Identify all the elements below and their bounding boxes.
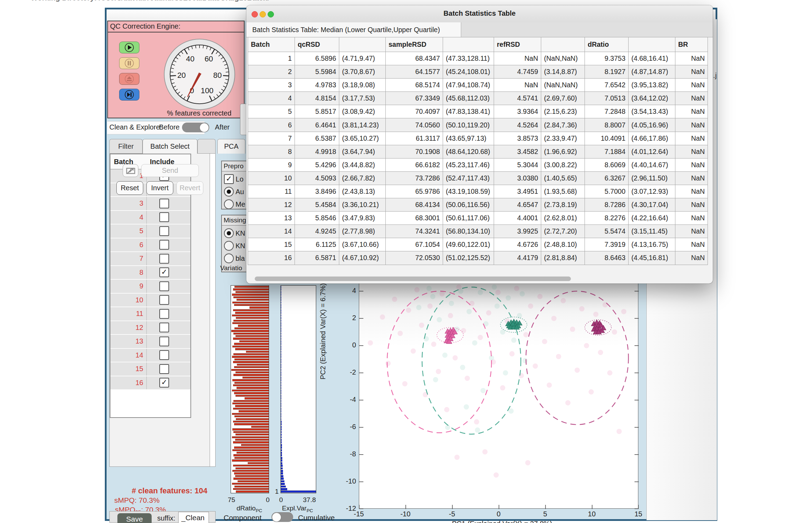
component-cumulative-toggle[interactable] [271, 512, 293, 522]
batch-row[interactable]: 6 [110, 238, 190, 252]
reset-button[interactable]: Reset [116, 181, 143, 195]
knn1-radio-item[interactable]: KN [224, 228, 246, 238]
stats-table-row[interactable]: 84.9918(3.64,7.94)70.1908(48.64,120.68)3… [248, 145, 708, 158]
invert-button[interactable]: Invert [146, 181, 173, 195]
batch-row[interactable]: 14 [110, 349, 190, 363]
include-checkbox[interactable] [159, 364, 169, 374]
play-button[interactable] [119, 42, 139, 53]
stats-table-row[interactable]: 76.5387(3.65,10.27)61.3117(43.65,97.13)3… [248, 132, 708, 145]
batch-row[interactable]: 15 [110, 362, 190, 376]
stats-table-row[interactable]: 125.4584(3.36,10.21)68.4134(50.06,116.56… [248, 198, 708, 212]
stats-cell: (4.22,16.64) [629, 212, 675, 225]
explvar-bar [281, 415, 281, 418]
suffix-input[interactable]: _Clean [178, 512, 209, 523]
include-checkbox[interactable] [159, 281, 169, 291]
window-titlebar[interactable]: Batch Statistics Table [246, 5, 713, 23]
stats-table-row[interactable]: 104.5093(2.66,7.82)73.7286(52.47,117.43)… [248, 171, 708, 185]
column-header[interactable]: refRSD [494, 37, 541, 52]
batch-row[interactable]: 10 [110, 294, 190, 308]
batch-row[interactable]: 12 [110, 321, 190, 335]
column-header[interactable]: qcRSD [295, 37, 339, 52]
before-after-toggle[interactable] [182, 123, 209, 132]
skip-to-end-button[interactable] [119, 89, 139, 101]
stats-table-row[interactable]: 25.5984(3.70,8.67)64.1577(45.24,108.01)4… [248, 65, 708, 79]
include-checkbox[interactable] [159, 350, 169, 360]
include-checkbox[interactable] [159, 323, 169, 332]
stats-table-row[interactable]: 156.1125(3.67,10.66)67.1054(49.60,122.01… [248, 238, 708, 251]
radio-icon[interactable] [224, 253, 234, 263]
include-checkbox[interactable] [159, 199, 169, 208]
batch-number: 16 [110, 376, 147, 390]
batch-row[interactable]: 13 [110, 335, 190, 349]
batch-row[interactable]: 7 [110, 252, 190, 266]
auto-radio-item[interactable]: Au [224, 187, 246, 197]
stats-table-row[interactable]: 166.5871(4.67,10.92)72.0530(51.02,125.52… [248, 251, 708, 265]
batch-row[interactable]: 11 [110, 307, 190, 321]
blank-radio-item[interactable]: bla [224, 253, 246, 263]
toggle-knob[interactable] [200, 123, 209, 132]
stats-table-tab[interactable]: Batch Statistics Table: Median (Lower Qu… [246, 22, 461, 37]
tab-clipped-stub[interactable] [197, 139, 216, 154]
revert-button[interactable]: Revert [176, 181, 203, 195]
pause-button[interactable] [119, 57, 139, 69]
stats-table-row[interactable]: 44.8154(3.17,7.53)67.3349(45.68,112.03)4… [248, 92, 708, 105]
mean-radio-item[interactable]: Me [224, 199, 246, 209]
stats-cell: NaN [675, 52, 708, 65]
radio-selected-icon[interactable] [224, 228, 234, 238]
stats-table-row[interactable]: 113.8496(2.43,8.13)65.9786(43.19,108.59)… [248, 185, 708, 198]
batch-row[interactable]: 9 [110, 280, 190, 294]
column-header[interactable] [541, 37, 585, 52]
save-button[interactable]: Save [117, 513, 152, 523]
eject-button[interactable] [119, 73, 139, 85]
tab-pca[interactable]: PCA [217, 139, 245, 154]
column-header[interactable]: BR [675, 37, 708, 52]
column-header[interactable] [443, 37, 494, 52]
include-checkbox[interactable] [159, 309, 169, 319]
include-checkbox[interactable] [159, 337, 169, 346]
radio-icon[interactable] [224, 199, 234, 209]
stats-table-row[interactable]: 34.9783(3.18,9.08)68.5174(47.94,108.74)N… [248, 79, 708, 92]
batch-row[interactable]: 8✓ [110, 266, 190, 280]
radio-selected-icon[interactable] [224, 187, 234, 197]
stats-table-row[interactable]: 144.9245(2.77,8.98)74.3241(56.80,134.10)… [248, 225, 708, 238]
tab-filter[interactable]: Filter [109, 139, 143, 154]
column-header[interactable]: Batch [248, 37, 295, 52]
svg-text:40: 40 [186, 54, 194, 63]
batch-table-scrollbar[interactable] [210, 154, 215, 466]
stats-table-row[interactable]: 135.8546(3.47,9.83)68.3001(50.61,117.06)… [248, 212, 708, 225]
include-checkbox[interactable] [159, 240, 169, 250]
batch-row[interactable]: 16✓ [110, 376, 190, 390]
column-header[interactable]: dRatio [585, 37, 629, 52]
batch-number: 8 [110, 266, 147, 279]
send-to-figure-button[interactable] [123, 164, 138, 177]
include-checkbox-checked[interactable]: ✓ [159, 378, 169, 388]
include-checkbox[interactable] [159, 295, 169, 305]
stats-cell: (3.15,11.45) [629, 225, 675, 238]
include-checkbox[interactable] [159, 212, 169, 222]
knn2-radio-item[interactable]: KN [224, 241, 246, 251]
include-checkbox-checked[interactable]: ✓ [159, 267, 169, 277]
column-header[interactable] [629, 37, 675, 52]
toggle-knob[interactable] [272, 513, 281, 522]
stats-table-row[interactable]: 55.8517(3.08,9.42)70.4097(47.83,138.41)3… [248, 105, 708, 118]
tab-batch-select[interactable]: Batch Select [143, 139, 197, 154]
stats-table-row[interactable]: 66.4641(3.81,14.23)74.0560(50.10,119.20)… [248, 118, 708, 132]
radio-icon[interactable] [224, 241, 234, 251]
pca-y-tick: 0 [342, 341, 356, 349]
horizontal-scrollbar[interactable] [255, 277, 571, 281]
include-checkbox[interactable] [159, 254, 169, 264]
column-header[interactable] [339, 37, 386, 52]
include-checkbox[interactable] [159, 226, 169, 236]
column-header[interactable]: sampleRSD [386, 37, 443, 52]
checkbox-checked-icon[interactable]: ✓ [224, 174, 234, 184]
stats-table-row[interactable]: 95.4296(3.44,8.82)66.6182(45.23,117.46)5… [248, 158, 708, 171]
batch-row[interactable]: 3 [110, 197, 190, 211]
stats-cell: (4.67,10.92) [339, 251, 386, 265]
batch-row[interactable]: 4 [110, 211, 190, 225]
batch-row[interactable]: 5 [110, 224, 190, 238]
send-button[interactable]: Send [141, 164, 199, 177]
stats-cell: (2.72,7.20) [541, 225, 585, 238]
stats-table-row[interactable]: 16.5896(4.71,9.47)68.4347(47.33,128.11)N… [248, 52, 708, 65]
log-checkbox-item[interactable]: ✓ Lo [224, 174, 246, 184]
dratio-bar [241, 444, 269, 446]
